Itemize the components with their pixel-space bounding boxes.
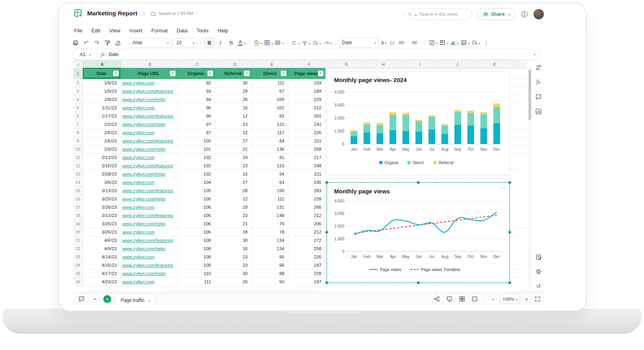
- cell[interactable]: 30: [215, 270, 252, 278]
- cell[interactable]: 2/28/23: [83, 170, 121, 178]
- column-header-C[interactable]: C: [179, 60, 217, 68]
- cell[interactable]: 26: [215, 95, 252, 104]
- cell[interactable]: 211: [288, 170, 325, 178]
- cell[interactable]: 241: [288, 120, 325, 129]
- cell[interactable]: 108: [177, 253, 215, 261]
- cell[interactable]: 131: [252, 203, 288, 211]
- cell[interactable]: 226: [288, 129, 325, 137]
- borders-button[interactable]: [264, 38, 273, 47]
- zoom-in-button[interactable]: +: [523, 296, 530, 302]
- cell[interactable]: www.zylker.com/help/: [121, 145, 177, 153]
- cell[interactable]: 258: [288, 245, 325, 253]
- table-column-header[interactable]: Organic▾: [177, 68, 215, 79]
- selection-handle[interactable]: [417, 281, 420, 284]
- selection-handle[interactable]: [325, 181, 328, 184]
- cell-link[interactable]: www.zylker.com/features/: [122, 89, 174, 94]
- cell[interactable]: 226: [288, 253, 325, 261]
- notes-button[interactable]: [534, 253, 543, 261]
- column-header-J[interactable]: J: [439, 60, 476, 68]
- cell[interactable]: 3/26/23: [83, 228, 121, 236]
- cell[interactable]: 64: [252, 178, 288, 187]
- cell[interactable]: 1/6/23: [83, 87, 121, 95]
- cell-link[interactable]: www.zylker.com: [122, 155, 155, 160]
- cell[interactable]: www.zylker.com/features/: [121, 261, 177, 270]
- filter-button[interactable]: ▾: [318, 71, 323, 76]
- row-header-1[interactable]: 1: [73, 68, 83, 79]
- column-header-I[interactable]: I: [402, 60, 439, 68]
- sheet-tab[interactable]: Page traffic: [115, 294, 156, 305]
- cell[interactable]: 94: [252, 170, 288, 178]
- cell[interactable]: 102: [177, 153, 215, 162]
- cell[interactable]: 105: [177, 187, 215, 195]
- cell[interactable]: 3/26/23: [83, 203, 121, 211]
- cell[interactable]: 84: [252, 137, 288, 145]
- bar-chart-object[interactable]: Monthly page views- 2024 01,0002,0003,00…: [327, 71, 510, 176]
- cell[interactable]: www.zylker.com: [121, 228, 177, 236]
- cell[interactable]: 206: [288, 220, 325, 228]
- cell[interactable]: 201: [288, 112, 325, 120]
- column-header-D[interactable]: D: [217, 60, 254, 68]
- selection-handle[interactable]: [508, 231, 511, 234]
- cell[interactable]: 4/14/23: [83, 253, 121, 261]
- row-header-12[interactable]: 12: [73, 162, 83, 170]
- cell[interactable]: www.zylker.com: [121, 104, 177, 112]
- cell[interactable]: 1/9/23: [83, 95, 121, 104]
- cell[interactable]: 195: [288, 178, 325, 187]
- selection-handle[interactable]: [508, 281, 511, 284]
- cell-link[interactable]: www.zylker.com/help/: [122, 246, 166, 251]
- cell-reference-box[interactable]: A1: [74, 49, 97, 60]
- cell[interactable]: 93: [252, 112, 288, 120]
- scrollbar-thumb[interactable]: [528, 69, 531, 120]
- align-horizontal-button[interactable]: [291, 38, 300, 47]
- cell[interactable]: www.zylker.com/features/: [121, 187, 177, 195]
- table-column-header[interactable]: Referral▾: [215, 68, 252, 79]
- cell[interactable]: 28: [215, 228, 252, 236]
- cell[interactable]: 283: [288, 187, 325, 195]
- clear-format-button[interactable]: [113, 38, 123, 47]
- cell[interactable]: 3/6/23: [83, 178, 121, 187]
- cell[interactable]: 134: [252, 245, 288, 253]
- user-avatar[interactable]: [534, 9, 544, 19]
- row-header-4[interactable]: 4: [73, 95, 83, 104]
- cell[interactable]: 2/9/23: [83, 145, 121, 153]
- column-header-K[interactable]: K: [476, 60, 513, 68]
- rotate-text-button[interactable]: A: [323, 38, 332, 47]
- cell[interactable]: 211: [288, 137, 325, 145]
- cell[interactable]: 2/6/23: [83, 137, 121, 145]
- cell[interactable]: 3/25/23: [83, 195, 121, 203]
- search-scope-caret-icon[interactable]: [414, 11, 417, 18]
- cell[interactable]: 79: [252, 220, 288, 228]
- cell[interactable]: 29: [215, 203, 252, 211]
- cell[interactable]: 217: [288, 153, 325, 162]
- cell[interactable]: 4/23/23: [83, 278, 121, 286]
- cell-link[interactable]: www.zylker.com: [122, 80, 155, 85]
- row-header-21[interactable]: 21: [73, 236, 83, 245]
- more-options-button[interactable]: ⋮: [482, 38, 491, 47]
- row-header-20[interactable]: 20: [73, 228, 83, 236]
- info-button[interactable]: [521, 10, 528, 18]
- selection-handle[interactable]: [508, 181, 511, 184]
- cell[interactable]: 150: [252, 187, 288, 195]
- cell[interactable]: www.zylker.com/help/: [121, 170, 177, 178]
- cell[interactable]: 24: [215, 153, 252, 162]
- cell[interactable]: 2/16/23: [83, 162, 121, 170]
- cell[interactable]: 1/17/23: [83, 112, 121, 120]
- cell[interactable]: 105: [177, 195, 215, 203]
- cell[interactable]: www.zylker.com: [121, 129, 177, 137]
- cell-link[interactable]: www.zylker.com/features/: [122, 238, 174, 243]
- row-header-11[interactable]: 11: [73, 153, 83, 162]
- cell-link[interactable]: www.zylker.com: [122, 130, 155, 135]
- cell[interactable]: 4/6/23: [83, 236, 121, 245]
- row-header-9[interactable]: 9: [73, 137, 83, 145]
- formula-input[interactable]: Date: [108, 52, 532, 57]
- chart-options-button[interactable]: ⋯: [500, 184, 506, 191]
- row-header-24[interactable]: 24: [73, 261, 83, 270]
- cell[interactable]: 21: [215, 220, 252, 228]
- italic-button[interactable]: I: [216, 38, 225, 47]
- cell[interactable]: 101: [177, 145, 215, 153]
- cell[interactable]: 91: [252, 153, 288, 162]
- cell-link[interactable]: www.zylker.com: [122, 105, 155, 110]
- cell[interactable]: 4/15/23: [83, 261, 121, 270]
- sheet-list-button[interactable]: [90, 294, 99, 304]
- cell[interactable]: 30: [215, 79, 252, 87]
